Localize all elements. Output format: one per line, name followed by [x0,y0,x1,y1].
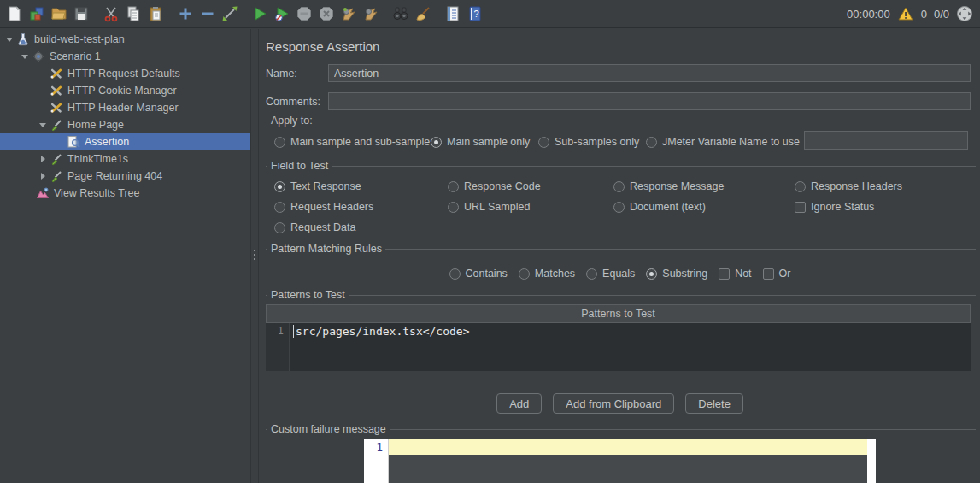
shutdown-button[interactable] [315,3,337,25]
remote-start-all-button[interactable] [337,3,360,25]
start-no-timers-button[interactable] [271,3,293,25]
tree-main-splitter[interactable] [250,29,259,483]
toolbar: ? 00:00:00 0 0/0 [0,0,980,28]
custom-failure-message-group: Custom failure message [266,429,976,430]
rule-or-checkbox[interactable]: Or [763,265,791,282]
rule-option-contains[interactable]: Contains [449,265,508,282]
log-warning-icon[interactable] [897,5,914,22]
comments-input[interactable] [328,92,971,110]
field-to-test-group: Field to Test [266,166,976,167]
function-helper-button[interactable] [442,3,464,25]
broom-icon [414,5,431,22]
toggle-icon [221,5,238,22]
config-wrench-icon [50,84,63,97]
collapse-arrow-icon[interactable] [38,154,48,164]
tree-node-thinktime1s[interactable]: ThinkTime1s [0,150,250,168]
patterns-row[interactable]: src/pages/index.tsx</code> [290,323,470,371]
field-option-request-headers[interactable]: Request Headers [274,198,373,215]
cut-button[interactable] [100,3,122,25]
remote-stop-all-button[interactable] [360,3,382,25]
jmeter-variable-input[interactable] [804,131,968,150]
patterns-button-row: Add Add from Clipboard Delete [260,393,980,414]
radio-icon [274,222,285,233]
tree-node-assertion[interactable]: Assertion [0,133,250,150]
delete-button[interactable]: Delete [685,393,743,414]
field-option-url-sampled[interactable]: URL Sampled [448,198,530,215]
copy-button[interactable] [122,3,144,25]
tree-node-label: ThinkTime1s [67,153,128,165]
field-option-document-text[interactable]: Document (text) [613,198,706,215]
text-caret [293,325,294,338]
editor-scrollbar[interactable] [867,439,876,483]
rule-option-matches[interactable]: Matches [519,265,575,282]
search-button[interactable] [390,3,412,25]
field-option-response-headers[interactable]: Response Headers [795,178,902,195]
collapse-arrow-icon[interactable] [38,171,48,181]
option-label: Ignore Status [811,201,874,213]
expand-arrow-icon[interactable] [4,34,15,44]
apply-to-option-jmeter-variable[interactable]: JMeter Variable Name to use [646,133,800,150]
radio-icon [449,268,461,280]
stop-button[interactable] [293,3,315,25]
apply-to-option-main-and-sub[interactable]: Main sample and sub-samples [274,133,436,150]
tree-node-scenario-1[interactable]: Scenario 1 [0,48,250,65]
pattern-matching-rules-legend: Pattern Matching Rules [267,243,385,255]
collapse-all-button[interactable] [197,3,219,25]
paste-button[interactable] [144,3,167,25]
tree-node-view-results-tree[interactable]: View Results Tree [0,185,250,202]
field-option-text-response[interactable]: Text Response [274,178,361,195]
templates-button[interactable] [26,3,48,25]
open-file-button[interactable] [48,3,70,25]
field-option-response-message[interactable]: Response Message [613,178,724,195]
custom-failure-line-number: 1 [364,439,389,483]
expand-arrow-icon[interactable] [20,51,30,62]
option-label: Or [779,268,791,280]
tree-node-page-returning-404[interactable]: Page Returning 404 [0,168,250,185]
custom-failure-editor[interactable]: 1 [364,439,876,483]
help-icon: ? [467,5,484,22]
checkbox-icon [763,268,774,280]
option-label: Equals [602,268,635,280]
tree-node-http-header-manager[interactable]: HTTP Header Manager [0,99,250,116]
pattern-rules-row: Contains Matches Equals Substring Not Or [260,265,980,282]
option-label: Main sample and sub-samples [290,136,436,148]
apply-to-option-sub-only[interactable]: Sub-samples only [538,133,639,150]
option-label: Document (text) [630,201,706,213]
tree-node-label: Assertion [85,136,129,148]
tree-node-http-request-defaults[interactable]: HTTP Request Defaults [0,65,250,82]
rule-option-substring[interactable]: Substring [646,265,707,282]
ignore-status-checkbox[interactable]: Ignore Status [795,198,874,215]
tree-node-test-plan[interactable]: build-web-test-plan [0,31,250,48]
patterns-editor[interactable]: 1 src/pages/index.tsx</code> [266,323,971,371]
start-button[interactable] [249,3,271,25]
new-file-button[interactable] [3,3,26,25]
add-from-clipboard-button[interactable]: Add from Clipboard [553,393,674,414]
option-label: Response Code [464,180,541,192]
expand-all-button[interactable] [174,3,197,25]
config-wrench-icon [50,101,63,115]
rule-not-checkbox[interactable]: Not [719,265,751,282]
patterns-to-test-legend: Patterns to Test [267,289,349,301]
add-button[interactable]: Add [496,393,542,414]
radio-icon [274,202,285,213]
splitter-grip[interactable] [254,250,255,262]
field-option-request-data[interactable]: Request Data [274,219,355,236]
expand-arrow-icon[interactable] [38,120,48,130]
field-option-response-code[interactable]: Response Code [448,178,541,195]
toggle-button[interactable] [219,3,241,25]
option-label: Response Message [630,180,724,192]
comments-label: Comments: [266,96,320,108]
tree-node-label: HTTP Cookie Manager [67,85,177,97]
checkbox-icon [719,268,730,280]
tree-node-home-page[interactable]: Home Page [0,116,250,133]
help-button[interactable]: ? [464,3,486,25]
test-plan-tree: build-web-test-plan Scenario 1 HTTP Requ… [0,29,250,483]
apply-to-option-main-only[interactable]: Main sample only [431,133,530,150]
save-button[interactable] [70,3,92,25]
rule-option-equals[interactable]: Equals [586,265,635,282]
elapsed-timer: 00:00:00 [847,8,890,21]
name-input[interactable] [328,64,971,82]
clear-all-button[interactable] [412,3,434,25]
radio-icon [448,202,459,213]
tree-node-http-cookie-manager[interactable]: HTTP Cookie Manager [0,82,250,99]
